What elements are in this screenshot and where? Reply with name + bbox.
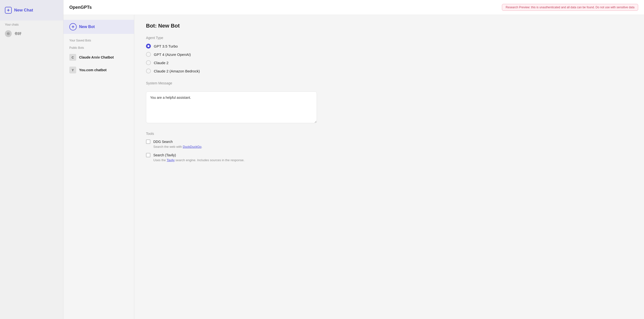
chat-item[interactable]: 你 你好 xyxy=(0,28,63,39)
your-chats-label: Your chats xyxy=(0,20,63,28)
content-area: + New Bot Your Saved Bots Public Bots C … xyxy=(64,15,644,319)
radio-circle-claude2-bedrock xyxy=(146,68,151,73)
tool-desc-tavily: Uses the Tavily search engine. Includes … xyxy=(153,158,632,162)
radio-claude2[interactable]: Claude 2 xyxy=(146,60,632,65)
tool-row-tavily: Search (Tavily) xyxy=(146,153,632,157)
system-message-heading: System Message xyxy=(146,81,632,85)
topbar: OpenGPTs Research Preview: this is unaut… xyxy=(64,0,644,15)
radio-label-gpt4: GPT 4 (Azure OpenAI) xyxy=(154,52,191,57)
tool-item-tavily: Search (Tavily) Uses the Tavily search e… xyxy=(146,153,632,162)
agent-type-heading: Agent Type xyxy=(146,36,632,40)
research-banner: Research Preview: this is unauthenticate… xyxy=(502,4,638,11)
radio-label-claude2: Claude 2 xyxy=(154,61,168,65)
tool-link-ddg[interactable]: DuckDuckGo xyxy=(183,145,202,149)
bot-item-youcom[interactable]: Y You.com chatbot xyxy=(64,64,134,76)
app-title: OpenGPTs xyxy=(69,5,92,10)
radio-gpt35[interactable]: GPT 3.5 Turbo xyxy=(146,44,632,48)
bot-avatar-youcom: Y xyxy=(69,67,76,73)
system-message-textarea[interactable]: You are a helpful assistant. xyxy=(146,91,317,123)
tool-name-ddg: DDG Search xyxy=(153,140,172,144)
radio-circle-claude2 xyxy=(146,60,151,65)
tool-item-ddg: DDG Search Search the web with DuckDuckG… xyxy=(146,139,632,149)
agent-type-radio-group: GPT 3.5 Turbo GPT 4 (Azure OpenAI) Claud… xyxy=(146,44,632,73)
new-chat-button[interactable]: + New Chat xyxy=(0,0,63,20)
tool-checkbox-tavily[interactable] xyxy=(146,153,150,157)
system-message-section: System Message You are a helpful assista… xyxy=(146,81,632,124)
chat-avatar: 你 xyxy=(5,30,12,37)
plus-icon: + xyxy=(5,7,12,14)
tool-row-ddg: DDG Search xyxy=(146,139,632,144)
radio-claude2-bedrock[interactable]: Claude 2 (Amazon Bedrock) xyxy=(146,68,632,73)
radio-gpt4[interactable]: GPT 4 (Azure OpenAI) xyxy=(146,52,632,57)
bot-config-title: Bot: New Bot xyxy=(146,23,632,29)
bot-avatar-claude: C xyxy=(69,54,76,61)
new-chat-label: New Chat xyxy=(14,8,33,13)
bot-item-label-youcom: You.com chatbot xyxy=(79,68,107,72)
tools-heading: Tools xyxy=(146,132,632,136)
bot-item-label-claude: Claude Arxiv Chatbot xyxy=(79,55,114,59)
bot-config-panel: Bot: New Bot Agent Type GPT 3.5 Turbo GP… xyxy=(134,15,644,319)
tool-desc-ddg-before: Search the web with xyxy=(153,145,183,149)
chat-item-label: 你好 xyxy=(15,31,22,36)
new-bot-label: New Bot xyxy=(79,25,95,29)
bot-list-panel: + New Bot Your Saved Bots Public Bots C … xyxy=(64,15,134,319)
radio-circle-gpt4 xyxy=(146,52,151,57)
bot-item-claude[interactable]: C Claude Arxiv Chatbot xyxy=(64,51,134,64)
tool-desc-tavily-before: Uses the xyxy=(153,158,167,162)
tool-desc-tavily-after: search engine. Includes sources in the r… xyxy=(174,158,244,162)
main-area: OpenGPTs Research Preview: this is unaut… xyxy=(64,0,644,319)
public-bots-label: Public Bots xyxy=(64,44,134,51)
radio-circle-gpt35 xyxy=(146,44,151,48)
tool-link-tavily[interactable]: Tavily xyxy=(167,158,175,162)
tool-checkbox-ddg[interactable] xyxy=(146,139,150,144)
new-bot-button[interactable]: + New Bot xyxy=(64,20,134,34)
new-bot-plus-icon: + xyxy=(69,23,77,30)
sidebar: + New Chat Your chats 你 你好 xyxy=(0,0,64,319)
your-saved-bots-label: Your Saved Bots xyxy=(64,36,134,44)
tools-section: Tools DDG Search Search the web with Duc… xyxy=(146,132,632,162)
tool-desc-ddg-after: . xyxy=(202,145,202,149)
tool-name-tavily: Search (Tavily) xyxy=(153,153,176,157)
radio-label-claude2-bedrock: Claude 2 (Amazon Bedrock) xyxy=(154,69,200,73)
radio-label-gpt35: GPT 3.5 Turbo xyxy=(154,44,178,48)
tool-desc-ddg: Search the web with DuckDuckGo. xyxy=(153,145,632,149)
